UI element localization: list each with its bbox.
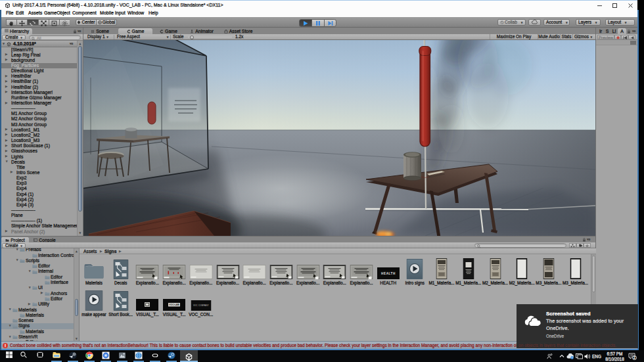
hierarchy-item[interactable]: Exp4 (2) [0, 197, 77, 202]
hierarchy-item[interactable]: ▶Lights [0, 154, 77, 160]
foldout-arrow-icon[interactable]: ▼ [5, 159, 8, 164]
hierarchy-item[interactable]: ▶Interaction Manager! [0, 90, 77, 95]
hierarchy-item[interactable]: ▶Location3_M3 [0, 138, 77, 143]
right-tab-ir[interactable]: Ir [597, 28, 604, 35]
project-search-input[interactable] [474, 243, 566, 248]
aspect-dropdown[interactable]: Free Aspect [117, 34, 140, 39]
menu-window[interactable]: Window [127, 11, 144, 16]
collab-dropdown[interactable]: Collab▼ [497, 19, 526, 26]
hierarchy-item[interactable]: Directional Light [0, 68, 77, 74]
menu-component[interactable]: Component [72, 11, 97, 16]
scroll-down-arrow[interactable]: ▼ [78, 231, 83, 235]
foldout-arrow-icon[interactable]: ▼ [16, 248, 18, 252]
taskbar-icon-start[interactable] [5, 351, 14, 361]
hierarchy-item[interactable]: ▶Location1_M1 [0, 127, 77, 133]
pause-button[interactable] [311, 19, 324, 27]
foldout-arrow-icon[interactable]: ▶ [5, 132, 7, 137]
hierarchy-item[interactable]: Plane [0, 213, 77, 218]
hierarchy-item[interactable]: Exp4 (1) [0, 192, 77, 197]
hierarchy-item[interactable]: Fog_Particles [0, 63, 77, 68]
foldout-arrow-icon[interactable]: ▶ [5, 74, 7, 79]
rect-tool-button[interactable] [49, 19, 59, 26]
tree-item-anchors[interactable]: ▶Anchors [0, 291, 74, 296]
taskbar-icon-globe[interactable] [134, 351, 143, 361]
menu-assets[interactable]: Assets [28, 11, 42, 16]
hierarchy-item[interactable]: M3 Anchor Group [0, 122, 77, 127]
taskbar-icon-explorer[interactable] [52, 351, 61, 361]
hierarchy-item[interactable]: ▼Decals [0, 160, 77, 165]
layout-dropdown[interactable]: Layout▼ [605, 19, 635, 26]
menu-help[interactable]: Help [149, 11, 158, 16]
foldout-arrow-icon[interactable]: ▶ [5, 143, 7, 148]
foldout-arrow-icon[interactable]: ▶ [5, 148, 7, 154]
maximize-button[interactable] [607, 1, 622, 11]
tree-item-editor[interactable]: Editor [0, 296, 74, 302]
foldout-arrow-icon[interactable]: ▼ [28, 285, 31, 290]
right-tab-a[interactable]: A [618, 28, 626, 35]
scroll-down-arrow[interactable]: ▼ [74, 336, 79, 341]
tray-display-icon[interactable] [576, 353, 583, 359]
foldout-arrow-icon[interactable]: ▶ [5, 229, 7, 234]
tab-console[interactable]: Console [30, 237, 59, 243]
foldout-arrow-icon[interactable]: ▶ [5, 101, 7, 106]
menu-file[interactable]: File [6, 11, 13, 16]
right-tab-li[interactable]: Li [611, 28, 617, 35]
tree-item-materials[interactable]: ▼Materials [0, 307, 74, 313]
hierarchy-item[interactable]: ▶HealthBar (2) [0, 85, 77, 90]
menu-gameobject[interactable]: GameObject [44, 11, 70, 16]
tab-hierarchy[interactable]: Hierarchy [1, 28, 32, 35]
hierarchy-item[interactable]: Exp2 [0, 175, 77, 181]
tray-expand-chevron-icon[interactable] [559, 354, 564, 358]
game-option-mute-audio[interactable]: Mute Audio [538, 34, 560, 39]
hierarchy-item[interactable]: ▶Glasshouses [0, 148, 77, 154]
step-button[interactable] [324, 19, 336, 27]
tree-item-signs[interactable]: ▼Signs [0, 323, 74, 328]
taskbar-icon-photos[interactable] [101, 351, 110, 361]
scene-header-row[interactable]: ▼ 4.10.2018* ▾≡ [0, 41, 77, 47]
scale-tool-button[interactable] [38, 19, 49, 26]
foldout-arrow-icon[interactable]: ▶ [28, 302, 30, 307]
hierarchy-scrollbar[interactable]: ▲ ▼ [77, 41, 83, 236]
game-option-gizmos[interactable]: Gizmos ▼ [572, 34, 594, 39]
game-tab-asset-store[interactable]: Asset Store [219, 28, 257, 35]
panel-menu-icon[interactable]: ▾≡ [587, 237, 590, 241]
move-tool-button[interactable] [16, 19, 27, 26]
foldout-arrow-icon[interactable]: ▶ [5, 138, 7, 143]
hierarchy-item[interactable]: ▶Panel Anchor (2) [0, 229, 77, 235]
scene-menu-icon[interactable]: ▾≡ [70, 41, 73, 47]
asset-voc-con-[interactable]: VOC COMPANYVOC_CON... [188, 287, 214, 321]
scrollbar-thumb[interactable] [592, 256, 595, 292]
pivot-toggle-button[interactable]: Center [76, 19, 97, 26]
favorites-button[interactable] [584, 243, 591, 248]
lock-icon[interactable] [627, 30, 631, 34]
hierarchy-item[interactable]: Exp4 (3) [0, 202, 77, 208]
minimize-button[interactable] [592, 1, 607, 11]
label-filter-button[interactable] [576, 243, 584, 248]
hierarchy-item[interactable]: ▶HealthBar [0, 74, 77, 79]
hierarchy-item[interactable]: ▶Intro Scene [0, 170, 77, 175]
tree-item-interface[interactable]: Interface [0, 280, 74, 285]
scale-slider-knob[interactable] [190, 35, 194, 39]
hierarchy-item[interactable]: ---------------- [0, 208, 77, 213]
asset-m3-materia-[interactable]: M3_Materia... [563, 256, 589, 290]
tray-onedrive-icon[interactable] [566, 353, 574, 359]
taskbar-icon-maps[interactable] [118, 351, 127, 361]
hierarchy-item[interactable]: Exp4 [0, 186, 77, 191]
tray-date[interactable]: 8/10/2018 [605, 357, 624, 361]
hierarchy-item[interactable]: Exp3 [0, 181, 77, 186]
project-create-button[interactable]: Create▼ [2, 243, 26, 248]
scroll-up-arrow[interactable]: ▲ [78, 41, 83, 46]
taskbar-icon-steam[interactable] [68, 351, 78, 361]
panel-menu-icon[interactable]: ▾≡ [78, 29, 81, 33]
hierarchy-item[interactable]: ▶Leap Rig Final [0, 53, 77, 58]
scroll-up-arrow[interactable]: ▲ [74, 249, 79, 254]
menu-mobile-input[interactable]: Mobile Input [100, 11, 126, 16]
tree-item-materials[interactable]: Materials [0, 313, 74, 318]
global-toggle-button[interactable]: Global [97, 19, 117, 26]
cloud-services-button[interactable] [528, 19, 541, 26]
tree-item-internal[interactable]: ▼Internal [0, 269, 74, 274]
foldout-arrow-icon[interactable]: ▼ [28, 269, 31, 274]
hierarchy-item[interactable]: [SteamVR] [0, 47, 77, 53]
column-toggle-button[interactable] [569, 243, 576, 248]
game-tab-game[interactable]: Game [154, 28, 183, 35]
